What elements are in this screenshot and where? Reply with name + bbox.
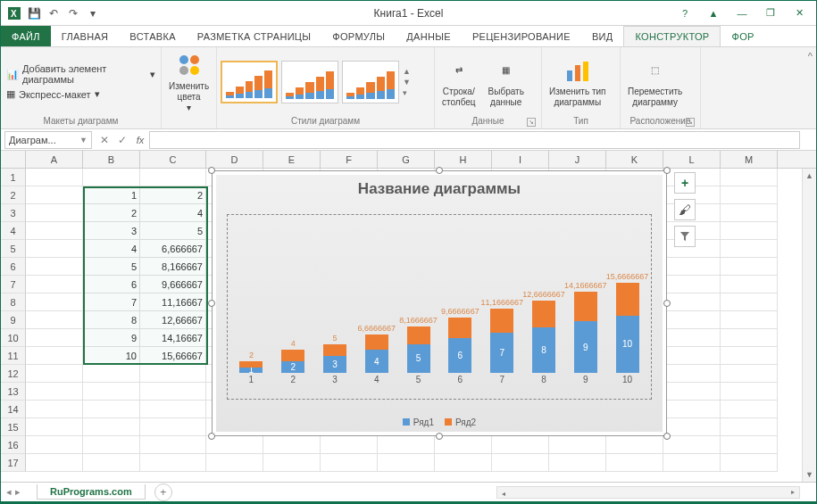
cell[interactable] bbox=[83, 454, 140, 472]
help-icon[interactable]: ? bbox=[671, 4, 698, 22]
cell[interactable] bbox=[721, 329, 778, 347]
cell[interactable]: 6,666667 bbox=[140, 240, 206, 258]
tab-page-layout[interactable]: РАЗМЕТКА СТРАНИЦЫ bbox=[187, 26, 322, 46]
cell[interactable] bbox=[721, 401, 778, 418]
change-colors-button[interactable]: Изменить цвета ▾ bbox=[165, 49, 213, 115]
cell[interactable] bbox=[26, 276, 83, 293]
row-header[interactable]: 12 bbox=[1, 365, 26, 383]
col-header[interactable]: K bbox=[606, 151, 663, 168]
cell[interactable]: 8 bbox=[83, 311, 140, 329]
change-chart-type-button[interactable]: Изменить тип диаграммы bbox=[546, 54, 609, 110]
cell[interactable] bbox=[721, 418, 778, 436]
cell[interactable]: 4 bbox=[140, 204, 206, 222]
cell[interactable]: 14,16667 bbox=[140, 329, 206, 347]
chart-style-3[interactable] bbox=[342, 61, 399, 103]
cell[interactable] bbox=[721, 454, 778, 472]
cell[interactable]: 10 bbox=[83, 347, 140, 365]
cell[interactable] bbox=[492, 454, 549, 472]
chart-elements-button[interactable]: + bbox=[674, 172, 696, 194]
undo-icon[interactable]: ↶ bbox=[46, 5, 62, 21]
ribbon-display-icon[interactable]: ▲ bbox=[700, 4, 727, 22]
cell[interactable] bbox=[721, 186, 778, 204]
row-header[interactable]: 15 bbox=[1, 418, 26, 436]
col-header[interactable]: M bbox=[721, 151, 778, 168]
col-header[interactable]: D bbox=[206, 151, 263, 168]
tab-file[interactable]: ФАЙЛ bbox=[1, 26, 51, 46]
cell[interactable] bbox=[492, 436, 549, 454]
cell[interactable] bbox=[140, 436, 206, 454]
cell[interactable] bbox=[83, 418, 140, 436]
scroll-down-icon[interactable]: ▼ bbox=[803, 467, 816, 482]
cell[interactable]: 5 bbox=[83, 258, 140, 276]
row-header[interactable]: 4 bbox=[1, 222, 26, 240]
cell[interactable] bbox=[721, 347, 778, 365]
row-header[interactable]: 10 bbox=[1, 329, 26, 347]
formula-input[interactable] bbox=[149, 131, 800, 149]
col-header[interactable]: C bbox=[140, 151, 206, 168]
col-header[interactable]: H bbox=[435, 151, 492, 168]
cell[interactable] bbox=[721, 365, 778, 383]
cell[interactable]: 3 bbox=[83, 222, 140, 240]
chart-styles-button[interactable]: 🖌 bbox=[674, 199, 696, 220]
cell[interactable] bbox=[140, 418, 206, 436]
plot-area[interactable]: 12243546,666666758,166666769,6666667711,… bbox=[230, 216, 648, 387]
add-sheet-button[interactable]: + bbox=[154, 483, 172, 501]
sheet-nav-prev-icon[interactable]: ◂ bbox=[6, 486, 12, 498]
cell[interactable] bbox=[26, 418, 83, 436]
col-header[interactable]: A bbox=[26, 151, 83, 168]
col-header[interactable]: B bbox=[83, 151, 140, 168]
cell[interactable] bbox=[606, 454, 663, 472]
enter-icon[interactable]: ✓ bbox=[113, 131, 131, 149]
cell[interactable] bbox=[140, 365, 206, 383]
cell[interactable] bbox=[140, 169, 206, 186]
row-header[interactable]: 9 bbox=[1, 311, 26, 329]
cell[interactable] bbox=[26, 222, 83, 240]
row-header[interactable]: 11 bbox=[1, 347, 26, 365]
chart-style-2[interactable] bbox=[281, 61, 338, 103]
cell[interactable] bbox=[663, 436, 721, 454]
row-header[interactable]: 6 bbox=[1, 258, 26, 276]
restore-icon[interactable]: ❐ bbox=[757, 4, 784, 22]
cell[interactable] bbox=[263, 436, 321, 454]
cell[interactable] bbox=[721, 311, 778, 329]
col-header[interactable]: I bbox=[492, 151, 549, 168]
scroll-right-icon[interactable]: ▸ bbox=[787, 487, 799, 498]
col-header[interactable]: L bbox=[663, 151, 721, 168]
row-header[interactable]: 5 bbox=[1, 240, 26, 258]
cell[interactable] bbox=[206, 454, 263, 472]
cell[interactable] bbox=[663, 347, 721, 365]
cell[interactable] bbox=[663, 365, 721, 383]
cell[interactable] bbox=[549, 454, 606, 472]
move-chart-button[interactable]: ⬚Переместить диаграмму bbox=[624, 54, 686, 110]
cell[interactable] bbox=[721, 383, 778, 401]
chart-area[interactable]: Название диаграммы 12243546,666666758,16… bbox=[216, 175, 663, 432]
cell[interactable] bbox=[26, 329, 83, 347]
cell[interactable] bbox=[721, 258, 778, 276]
cell[interactable] bbox=[721, 293, 778, 311]
cell[interactable] bbox=[26, 436, 83, 454]
cell[interactable] bbox=[721, 276, 778, 293]
cell[interactable] bbox=[140, 454, 206, 472]
row-header[interactable]: 17 bbox=[1, 454, 26, 472]
name-box[interactable]: Диаграм...▼ bbox=[4, 131, 92, 149]
cell[interactable] bbox=[83, 436, 140, 454]
cell[interactable] bbox=[721, 436, 778, 454]
add-chart-element-button[interactable]: 📊Добавить элемент диаграммы▾ bbox=[4, 62, 157, 86]
cell[interactable] bbox=[663, 418, 721, 436]
row-header[interactable]: 14 bbox=[1, 401, 26, 418]
chart-object[interactable]: Название диаграммы 12243546,666666758,16… bbox=[212, 170, 667, 436]
redo-icon[interactable]: ↷ bbox=[65, 5, 81, 21]
cell[interactable]: 4 bbox=[83, 240, 140, 258]
cell[interactable] bbox=[435, 454, 492, 472]
cell[interactable] bbox=[378, 436, 435, 454]
cell[interactable] bbox=[26, 258, 83, 276]
cell[interactable] bbox=[26, 293, 83, 311]
cell[interactable]: 11,16667 bbox=[140, 293, 206, 311]
tab-design[interactable]: КОНСТРУКТОР bbox=[623, 26, 721, 46]
cell[interactable] bbox=[26, 401, 83, 418]
cell[interactable] bbox=[83, 365, 140, 383]
cell[interactable] bbox=[26, 204, 83, 222]
style-gallery-down-icon[interactable]: ▼ bbox=[403, 78, 411, 87]
cell[interactable] bbox=[663, 383, 721, 401]
row-header[interactable]: 16 bbox=[1, 436, 26, 454]
